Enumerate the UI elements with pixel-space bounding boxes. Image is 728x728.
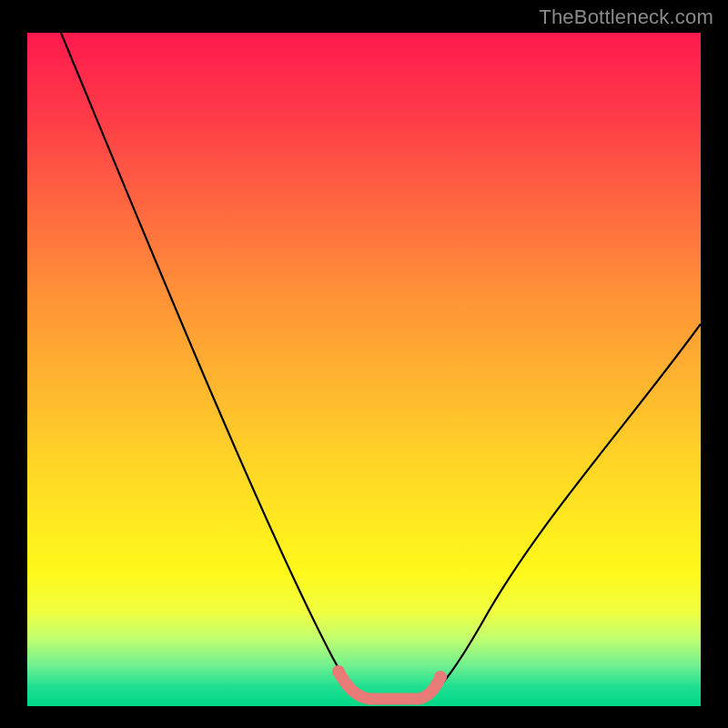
plot-area	[27, 33, 701, 706]
curve-layer	[27, 33, 701, 706]
bottleneck-curve	[61, 33, 701, 700]
sweet-spot-dot-right	[434, 671, 447, 683]
chart-frame: TheBottleneck.com	[0, 0, 728, 728]
sweet-spot-dot-left	[332, 665, 345, 678]
sweet-spot-band	[339, 672, 440, 699]
watermark-text: TheBottleneck.com	[539, 5, 713, 29]
